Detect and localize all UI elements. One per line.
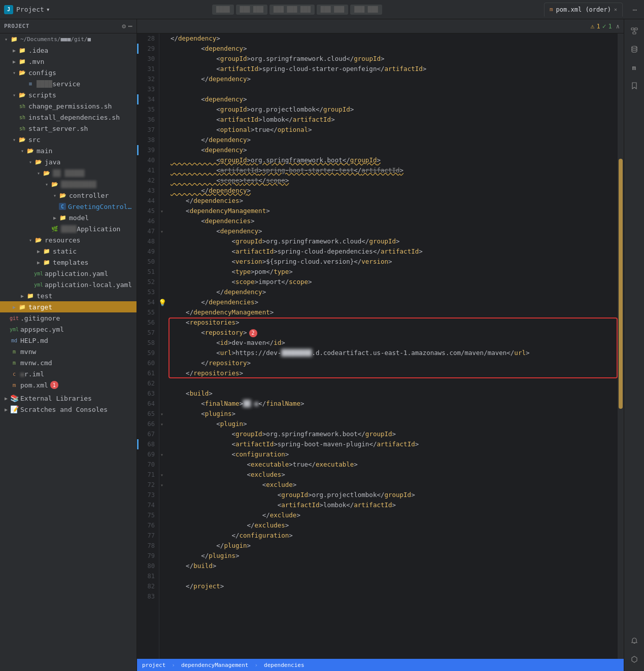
sidebar-icon-notifications[interactable]	[627, 633, 642, 649]
code-container[interactable]: 28 29 30 31 32 33 34 35 36 37 38 39 40	[137, 33, 624, 659]
tree-item-configs[interactable]: ▾ 📂 configs	[0, 67, 137, 78]
project-name[interactable]: Project ▾	[16, 6, 50, 13]
item-label: External Libraries	[20, 395, 92, 402]
tree-item-resources[interactable]: ▾ 📂 resources	[0, 234, 137, 245]
fold-57	[159, 328, 168, 338]
tree-root[interactable]: ▾ 📁 ~/Documents/■■■/git/■	[0, 33, 137, 45]
tree-item-idea[interactable]: ▶ 📁 .idea	[0, 45, 137, 56]
tree-item-scratches[interactable]: ▶ 📝 Scratches and Consoles	[0, 404, 137, 415]
tree-item-scripts[interactable]: ▾ 📂 scripts	[0, 89, 137, 100]
sidebar-header: Project ⚙ ⋯	[0, 19, 137, 33]
lightbulb-54[interactable]: 💡	[158, 297, 166, 307]
folder-icon: 📁	[18, 303, 26, 311]
tree-item-target[interactable]: ▶ 📁 target	[0, 301, 137, 312]
tree-item-templates[interactable]: ▶ 📁 templates	[0, 257, 137, 268]
line-content-54: </dependencies>	[168, 297, 624, 307]
toolbar-pill-4: ███ ███	[317, 5, 348, 15]
tree-item-riml[interactable]: c ■ r.iml	[0, 368, 137, 379]
fold-45[interactable]: ▾	[159, 206, 168, 216]
tree-item-pkg2[interactable]: ▾ 📂 █████████	[0, 179, 137, 190]
line-71: 71	[137, 470, 159, 480]
tree-item-appspec[interactable]: yml appspec.yml	[0, 324, 137, 335]
line-74: 74	[137, 500, 159, 510]
git-marker-39	[137, 145, 139, 155]
code-body[interactable]: </dependency> <dependency> <groupId>org.…	[168, 33, 624, 659]
tree-item-controller[interactable]: ▾ 📂 controller	[0, 190, 137, 201]
fold-52	[159, 277, 168, 287]
tree-item-main[interactable]: ▾ 📂 main	[0, 145, 137, 156]
expand-icon[interactable]: ∧	[616, 23, 620, 30]
tree-item-start-server[interactable]: sh start_server.sh	[0, 123, 137, 134]
action-more[interactable]: ⋯	[630, 5, 640, 15]
tree-item-change-permissions[interactable]: sh change_permissions.sh	[0, 100, 137, 112]
svg-rect-2	[633, 32, 636, 34]
item-label-service: service	[52, 80, 80, 88]
line-content-50: <version>${spring-cloud.version}</versio…	[168, 257, 624, 267]
item-label: static	[53, 248, 77, 255]
code-line-75: </exclude>	[168, 510, 624, 520]
status-breadcrumb-2[interactable]: dependencies	[264, 662, 304, 668]
tree-item-external-libraries[interactable]: ▶ 📚 External Libraries	[0, 393, 137, 404]
line-content-72: <exclude>	[168, 480, 624, 490]
fold-60	[159, 358, 168, 368]
tree-item-pkg[interactable]: ▾ 📂 ██ █████	[0, 167, 137, 179]
tree-item-src[interactable]: ▾ 📂 src	[0, 134, 137, 145]
tree-item-gitignore[interactable]: git .gitignore	[0, 312, 137, 324]
tree-item-helpmd[interactable]: md HELP.md	[0, 335, 137, 346]
fold-35	[159, 104, 168, 115]
line-content-45: <dependencyManagement>	[168, 206, 624, 216]
fold-65[interactable]: ▾	[159, 409, 168, 419]
tree-item-mvnwcmd[interactable]: m mvnw.cmd	[0, 357, 137, 368]
tree-item-static[interactable]: ▶ 📁 static	[0, 245, 137, 257]
code-line-43: </dependency>	[168, 186, 624, 196]
line-55: 55	[137, 307, 159, 317]
code-line-60: </repository>	[168, 358, 624, 368]
line-64: 64	[137, 399, 159, 409]
file-icon: md	[10, 336, 18, 344]
fold-66[interactable]: ▾	[159, 419, 168, 429]
tree-item-java[interactable]: ▾ 📂 java	[0, 156, 137, 167]
tree-item-test[interactable]: ▶ 📁 test	[0, 290, 137, 301]
tab-pom-xml[interactable]: m pom.xml (order) ✕	[544, 3, 623, 17]
sidebar-icon-bookmarks[interactable]	[627, 78, 642, 93]
tree-item-application[interactable]: 🌿 ████ Application	[0, 223, 137, 234]
sidebar-icon-structure[interactable]	[627, 23, 642, 39]
tree-item-mvn[interactable]: ▶ 📁 .mvn	[0, 56, 137, 67]
sidebar-action-icon-1[interactable]: ⚙	[122, 22, 126, 30]
line-content-70: <executable>true</executable>	[168, 460, 624, 470]
tree-item-application-yaml[interactable]: yml application.yaml	[0, 268, 137, 279]
file-icon: C	[59, 203, 66, 210]
sidebar-icon-database[interactable]	[627, 42, 642, 57]
tab-close-icon[interactable]: ✕	[614, 7, 617, 12]
sidebar-action-icon-2[interactable]: ⋯	[128, 22, 132, 30]
tree-item-model[interactable]: ▶ 📁 model	[0, 212, 137, 223]
editor-area: ⚠ 1 ✓ 1 ∧ 28 29 30 31 32 33 34	[137, 19, 624, 671]
expand-icon: ▾	[51, 191, 59, 199]
tree-item-install-deps[interactable]: sh install_dependencies.sh	[0, 112, 137, 123]
code-line-76: </excludes>	[168, 520, 624, 531]
tree-item-mvnw[interactable]: m mvnw	[0, 346, 137, 357]
fold-47[interactable]: ▾	[159, 226, 168, 236]
expand-icon: ▶	[2, 394, 10, 402]
fold-69[interactable]: ▾	[159, 449, 168, 460]
scrollbar-thumb[interactable]	[619, 159, 623, 409]
tree-item-pomxml[interactable]: m pom.xml 1	[0, 379, 137, 391]
line-81: 81	[137, 571, 159, 581]
fold-72[interactable]: ▾	[159, 480, 168, 490]
line-content-78: </plugin>	[168, 541, 624, 551]
file-icon: sh	[18, 124, 26, 132]
status-project[interactable]: project	[142, 662, 165, 668]
sidebar-icon-plugin[interactable]	[627, 652, 642, 667]
item-label: main	[37, 147, 52, 155]
tree-item-greeting-controller[interactable]: C GreetingController	[0, 201, 137, 212]
sidebar-icon-maven[interactable]: m	[627, 60, 642, 75]
project-dropdown-icon[interactable]: ▾	[46, 6, 50, 13]
line-45: 45	[137, 206, 159, 216]
fold-83	[159, 591, 168, 602]
status-breadcrumb-1[interactable]: dependencyManagement	[181, 662, 248, 668]
tree-item-service[interactable]: ≡ ████ service	[0, 78, 137, 89]
line-69: 69	[137, 449, 159, 460]
fold-71[interactable]: ▾	[159, 470, 168, 480]
code-line-42: <scope>test</scope>	[168, 175, 624, 186]
tree-item-application-local-yaml[interactable]: yml application-local.yaml	[0, 279, 137, 290]
